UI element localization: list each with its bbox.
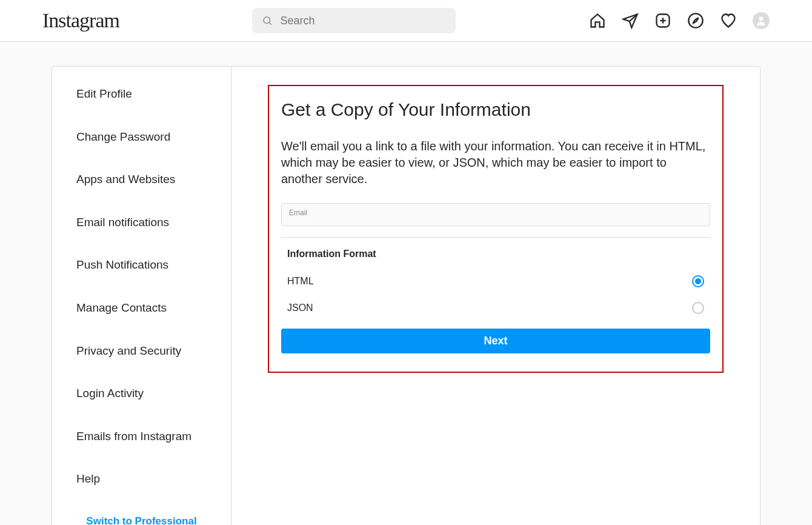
nav-icons (589, 12, 770, 29)
svg-point-8 (759, 16, 764, 21)
format-label-html: HTML (287, 276, 314, 287)
search-input[interactable] (280, 15, 446, 27)
instagram-logo[interactable]: Instagram (42, 9, 119, 32)
sidebar-item-change-password[interactable]: Change Password (52, 122, 231, 153)
sidebar-item-login-activity[interactable]: Login Activity (52, 378, 231, 409)
email-label: Email (289, 209, 702, 217)
search-container (252, 8, 456, 33)
settings-sidebar: Edit Profile Change Password Apps and We… (52, 67, 231, 525)
settings-container: Edit Profile Change Password Apps and We… (52, 66, 760, 525)
search-box[interactable] (252, 8, 456, 33)
sidebar-item-help[interactable]: Help (52, 464, 231, 495)
svg-line-1 (269, 22, 271, 25)
search-icon (262, 15, 273, 26)
page-description: We'll email you a link to a file with yo… (281, 138, 710, 187)
explore-icon[interactable] (687, 12, 704, 29)
divider (281, 237, 710, 238)
avatar-placeholder-icon (755, 15, 767, 27)
sidebar-item-email-notifications[interactable]: Email notifications (52, 207, 231, 238)
top-header: Instagram (0, 0, 812, 42)
main-content: Get a Copy of Your Information We'll ema… (231, 67, 760, 525)
radio-json[interactable] (692, 302, 704, 314)
sidebar-item-edit-profile[interactable]: Edit Profile (52, 79, 231, 110)
sidebar-item-push-notifications[interactable]: Push Notifications (52, 250, 231, 281)
switch-professional-link[interactable]: Switch to Professional Account (52, 507, 231, 525)
radio-html[interactable] (692, 275, 704, 287)
activity-icon[interactable] (720, 12, 737, 29)
highlighted-section: Get a Copy of Your Information We'll ema… (268, 85, 724, 373)
format-label-json: JSON (287, 303, 313, 313)
sidebar-item-privacy-security[interactable]: Privacy and Security (52, 336, 231, 367)
profile-avatar[interactable] (753, 12, 770, 29)
format-option-json[interactable]: JSON (281, 297, 710, 324)
svg-marker-7 (693, 18, 698, 23)
sidebar-item-emails-instagram[interactable]: Emails from Instagram (52, 421, 231, 452)
format-option-html[interactable]: HTML (281, 270, 710, 297)
sidebar-item-manage-contacts[interactable]: Manage Contacts (52, 293, 231, 324)
messages-icon[interactable] (622, 12, 639, 29)
new-post-icon[interactable] (654, 12, 671, 29)
svg-point-6 (688, 13, 702, 27)
svg-point-0 (264, 17, 270, 24)
home-icon[interactable] (589, 12, 606, 29)
format-heading: Information Format (281, 249, 710, 259)
sidebar-item-apps-websites[interactable]: Apps and Websites (52, 164, 231, 195)
page-title: Get a Copy of Your Information (281, 99, 710, 120)
email-field[interactable]: Email (281, 203, 710, 226)
next-button[interactable]: Next (281, 329, 710, 353)
